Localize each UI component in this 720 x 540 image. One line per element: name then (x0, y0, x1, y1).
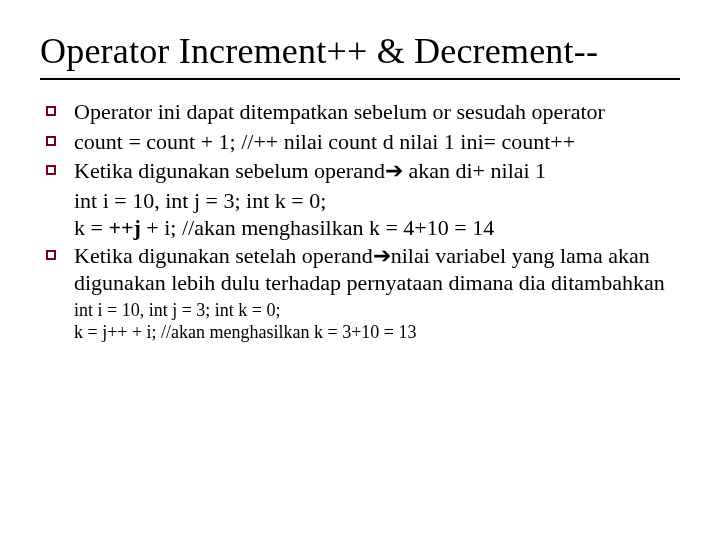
bullet-continuation: int i = 10, int j = 3; int k = 0; (74, 187, 680, 215)
text-before-arrow: Ketika digunakan sebelum operand (74, 158, 385, 183)
bullet-item: Ketika digunakan sebelum operand➔ akan d… (40, 157, 680, 185)
bullet-text: Ketika digunakan sebelum operand➔ akan d… (74, 157, 680, 185)
text-plain: k = (74, 215, 108, 240)
slide-title: Operator Increment++ & Decrement-- (40, 30, 680, 72)
text-after-arrow: akan di+ nilai 1 (403, 158, 546, 183)
bullet-text: count = count + 1; //++ nilai count d ni… (74, 128, 680, 156)
bullet-item: Operator ini dapat ditempatkan sebelum o… (40, 98, 680, 126)
bullet-icon (46, 106, 56, 116)
bullet-text: Ketika digunakan setelah operand➔nilai v… (74, 242, 680, 297)
text-bold: ++j (108, 215, 140, 240)
text-before-arrow: Ketika digunakan setelah operand (74, 243, 373, 268)
arrow-icon: ➔ (385, 158, 403, 183)
arrow-icon: ➔ (373, 243, 391, 268)
bullet-item: count = count + 1; //++ nilai count d ni… (40, 128, 680, 156)
bullet-icon (46, 136, 56, 146)
text-plain: + i; //akan menghasilkan k = 4+10 = 14 (141, 215, 494, 240)
slide: Operator Increment++ & Decrement-- Opera… (0, 0, 720, 540)
bullet-icon (46, 165, 56, 175)
bullet-continuation: k = ++j + i; //akan menghasilkan k = 4+1… (74, 214, 680, 242)
example-small-text: k = j++ + i; //akan menghasilkan k = 3+1… (74, 321, 680, 344)
bullet-icon (46, 250, 56, 260)
bullet-item: Ketika digunakan setelah operand➔nilai v… (40, 242, 680, 297)
bullet-text: Operator ini dapat ditempatkan sebelum o… (74, 98, 680, 126)
example-small-text: int i = 10, int j = 3; int k = 0; (74, 299, 680, 322)
slide-body: Operator ini dapat ditempatkan sebelum o… (40, 98, 680, 344)
title-rule (40, 78, 680, 80)
